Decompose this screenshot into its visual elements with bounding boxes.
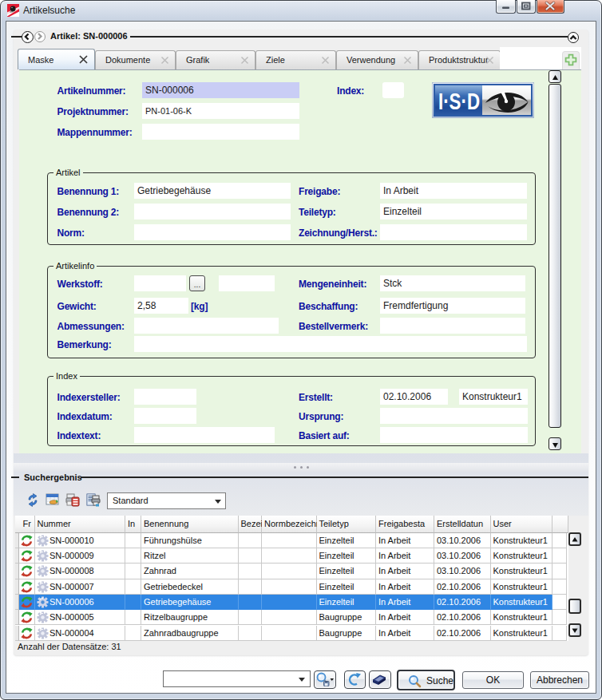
svg-text:I·S·D: I·S·D <box>438 88 480 114</box>
